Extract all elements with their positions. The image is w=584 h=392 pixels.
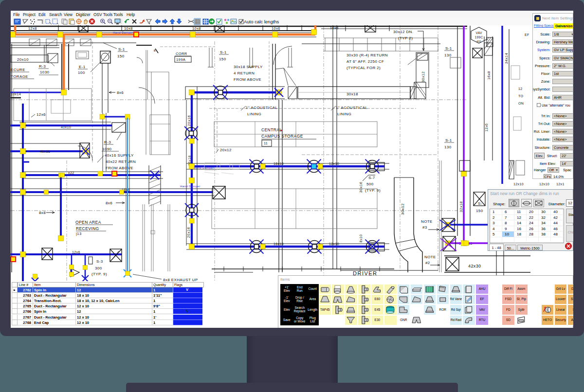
svg-text:R-3: R-3 <box>104 140 111 144</box>
svg-text:S-1: S-1 <box>445 138 452 143</box>
svg-text:#3: #3 <box>422 225 427 230</box>
svg-text:32x18: 32x18 <box>459 201 463 212</box>
svg-text:40x22 RETURN: 40x22 RETURN <box>106 160 136 164</box>
svg-text:100: 100 <box>78 71 85 75</box>
svg-text:CAMPUS STORAGE: CAMPUS STORAGE <box>261 134 303 139</box>
svg-text:TORAGE: TORAGE <box>11 74 28 79</box>
svg-text:ON: ON <box>518 102 524 105</box>
svg-text:40x10: 40x10 <box>61 125 71 129</box>
svg-text:Hand Damper: Hand Damper <box>180 185 201 188</box>
svg-text:500: 500 <box>366 182 374 186</box>
svg-text:10x8: 10x8 <box>192 26 201 31</box>
svg-text:20x12: 20x12 <box>220 148 232 152</box>
svg-text:1030: 1030 <box>40 70 50 74</box>
svg-text:LINING: LINING <box>337 112 351 116</box>
svg-text:8x10: 8x10 <box>359 234 363 243</box>
svg-text:150: 150 <box>219 57 226 61</box>
svg-text:CORR: CORR <box>176 52 187 56</box>
svg-text:30x18 SUPPLY: 30x18 SUPPLY <box>234 65 263 69</box>
svg-text:VAV: VAV <box>475 31 482 35</box>
svg-text:FROM ABOVE: FROM ABOVE <box>106 166 133 170</box>
svg-text:40x16: 40x16 <box>40 150 50 153</box>
svg-text:RECEVING: RECEVING <box>76 226 99 231</box>
svg-text:12x10: 12x10 <box>539 182 549 186</box>
svg-text:150: 150 <box>476 209 483 213</box>
svg-text:10x6: 10x6 <box>330 26 339 30</box>
svg-text:Hand Damper: Hand Damper <box>113 31 133 34</box>
svg-text:199C: 199C <box>474 36 483 39</box>
svg-text:130: 130 <box>444 145 452 149</box>
svg-text:8x6: 8x6 <box>106 201 112 205</box>
svg-text:S-1: S-1 <box>220 50 227 54</box>
svg-text:12x10: 12x10 <box>329 242 339 246</box>
svg-text:12x8: 12x8 <box>28 26 37 31</box>
svg-text:#2: #2 <box>425 261 430 265</box>
svg-text:4 RETURN: 4 RETURN <box>234 71 255 75</box>
svg-text:8x8: 8x8 <box>39 211 46 215</box>
svg-text:Auto calc lengths: Auto calc lengths <box>244 19 279 24</box>
svg-text:12x10: 12x10 <box>329 162 339 165</box>
svg-text:(TYP. 9): (TYP. 9) <box>365 188 381 193</box>
svg-text:20x16: 20x16 <box>187 115 191 126</box>
svg-text:S-1: S-1 <box>118 47 125 52</box>
svg-text:|13: |13 <box>76 232 82 236</box>
svg-text:12x1: 12x1 <box>556 182 565 186</box>
svg-text:10x8: 10x8 <box>124 26 133 31</box>
svg-text:18x10: 18x10 <box>274 162 284 165</box>
svg-text:30x12: 30x12 <box>401 203 405 215</box>
svg-text:ECURE: ECURE <box>11 68 25 72</box>
svg-text:1" ACOUSTICAL: 1" ACOUSTICAL <box>336 106 368 110</box>
svg-text:300: 300 <box>95 266 102 270</box>
svg-text:(TYPICAL FOR 2): (TYPICAL FOR 2) <box>347 66 381 70</box>
svg-text:12x6: 12x6 <box>36 112 46 117</box>
svg-text:150: 150 <box>117 54 125 58</box>
svg-text:R-3: R-3 <box>39 64 46 69</box>
svg-text:12: 12 <box>518 87 523 90</box>
svg-text:(TYP 2): (TYP 2) <box>398 36 413 40</box>
svg-text:CENTRAL: CENTRAL <box>261 127 282 132</box>
svg-text:30x12: 30x12 <box>421 71 425 82</box>
svg-text:20x10: 20x10 <box>17 57 29 62</box>
svg-text:1" ACOUSTICAL: 1" ACOUSTICAL <box>246 106 278 110</box>
svg-text:1090: 1090 <box>102 147 112 151</box>
svg-text:199A: 199A <box>176 57 185 62</box>
svg-text:S-3: S-3 <box>96 259 103 264</box>
svg-text:12x10: 12x10 <box>513 182 524 186</box>
svg-text:(TYP. 9): (TYP. 9) <box>91 272 107 276</box>
svg-text:34x14: 34x14 <box>504 53 509 64</box>
svg-text:TO: TO <box>518 94 524 98</box>
svg-text:NOTE: NOTE <box>421 219 433 224</box>
svg-text:30x30 (R-4) RETURN: 30x30 (R-4) RETURN <box>347 53 388 57</box>
svg-text:12x6: 12x6 <box>72 250 80 254</box>
svg-text:S-7: S-7 <box>368 176 375 180</box>
svg-text:130: 130 <box>444 53 452 57</box>
svg-text:S-1: S-1 <box>445 46 452 51</box>
svg-text:AT 6" AFF. 2250 CF: AT 6" AFF. 2250 CF <box>347 59 384 64</box>
svg-text:LINING: LINING <box>247 112 261 116</box>
svg-text:EF: EF <box>525 33 529 36</box>
svg-text:NOTE: NOTE <box>424 255 436 259</box>
svg-text:16x8: 16x8 <box>487 71 491 80</box>
svg-text:10x6: 10x6 <box>272 26 280 31</box>
svg-text:30x12 DN.: 30x12 DN. <box>393 30 413 34</box>
svg-text:8x6: 8x6 <box>117 90 124 95</box>
svg-text:10x14: 10x14 <box>11 92 21 96</box>
svg-text:30x16: 30x16 <box>359 182 363 193</box>
svg-text:42x30: 42x30 <box>468 264 481 268</box>
svg-text:30x18: 30x18 <box>347 92 358 96</box>
svg-text:12x6: 12x6 <box>485 124 488 132</box>
svg-text:x22: x22 <box>68 171 74 175</box>
svg-text:FROM ABOVE: FROM ABOVE <box>234 77 261 82</box>
svg-text:400: 400 <box>476 40 481 43</box>
svg-text:Hand Damper: Hand Damper <box>194 166 214 169</box>
svg-text:S-: S- <box>478 201 482 206</box>
svg-text:20x16: 20x16 <box>186 227 191 238</box>
svg-text:16x10: 16x10 <box>274 242 284 246</box>
svg-text:E-1: E-1 <box>79 65 86 69</box>
svg-text:11: 11 <box>264 142 268 145</box>
svg-text:OPEN AREA: OPEN AREA <box>75 220 101 225</box>
